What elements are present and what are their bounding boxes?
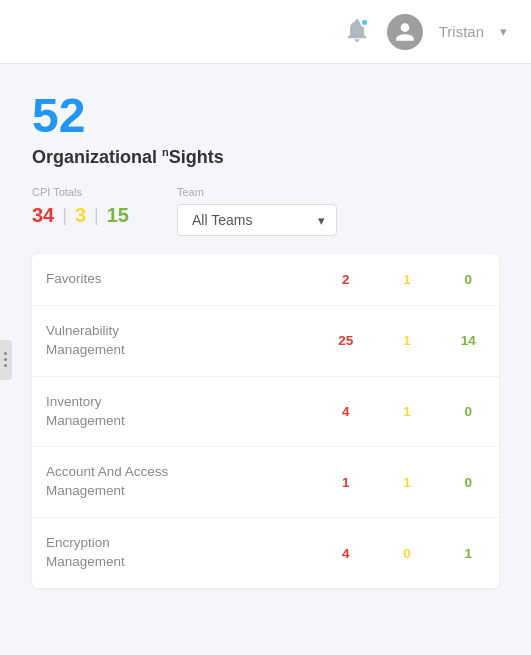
org-title-prefix: Organizational <box>32 147 162 167</box>
row-name: InventoryManagement <box>32 376 315 447</box>
row-green-value: 0 <box>438 376 499 447</box>
row-green-value: 14 <box>438 305 499 376</box>
row-name: VulnerabilityManagement <box>32 305 315 376</box>
cpi-values: 34 | 3 | 15 <box>32 204 129 227</box>
org-title: Organizational nSights <box>32 146 499 168</box>
cpi-label: CPI Totals <box>32 186 129 198</box>
row-yellow-value: 1 <box>376 254 437 305</box>
cpi-green-value: 15 <box>107 204 129 227</box>
org-title-super: n <box>162 146 169 158</box>
cpi-sep-2: | <box>94 205 99 226</box>
header: Tristan ▾ <box>0 0 531 64</box>
cpi-yellow-value: 3 <box>75 204 86 227</box>
row-green-value: 0 <box>438 254 499 305</box>
row-name: Favorites <box>32 254 315 305</box>
insights-count: 52 <box>32 92 499 140</box>
table-row: Favorites210 <box>32 254 499 305</box>
row-yellow-value: 1 <box>376 376 437 447</box>
cpi-sep-1: | <box>62 205 67 226</box>
pull-tab-dot <box>4 358 7 361</box>
pull-tab-dot <box>4 352 7 355</box>
cpi-red-value: 34 <box>32 204 54 227</box>
bell-button[interactable] <box>343 16 371 48</box>
row-yellow-value: 0 <box>376 518 437 588</box>
avatar[interactable] <box>387 14 423 50</box>
table-row: Account And AccessManagement110 <box>32 447 499 518</box>
cpi-section: CPI Totals 34 | 3 | 15 <box>32 186 129 227</box>
user-icon <box>394 21 416 43</box>
chevron-down-icon[interactable]: ▾ <box>500 24 507 39</box>
row-green-value: 1 <box>438 518 499 588</box>
team-dropdown-wrap: All Teams Team A Team B Team C ▾ <box>177 204 337 236</box>
username-label: Tristan <box>439 23 484 40</box>
table-row: EncryptionManagement401 <box>32 518 499 588</box>
table-row: InventoryManagement410 <box>32 376 499 447</box>
table-row: VulnerabilityManagement25114 <box>32 305 499 376</box>
row-red-value: 25 <box>315 305 376 376</box>
main-content: 52 Organizational nSights CPI Totals 34 … <box>0 64 531 655</box>
team-section: Team All Teams Team A Team B Team C ▾ <box>177 186 337 236</box>
row-name: Account And AccessManagement <box>32 447 315 518</box>
header-icons: Tristan ▾ <box>343 14 507 50</box>
pull-tab-dot <box>4 364 7 367</box>
row-red-value: 4 <box>315 376 376 447</box>
row-red-value: 1 <box>315 447 376 518</box>
sidebar-pull-tab[interactable] <box>0 340 12 380</box>
notification-dot <box>360 18 369 27</box>
team-select[interactable]: All Teams Team A Team B Team C <box>177 204 337 236</box>
row-red-value: 4 <box>315 518 376 588</box>
row-yellow-value: 1 <box>376 305 437 376</box>
row-red-value: 2 <box>315 254 376 305</box>
insights-table: Favorites210VulnerabilityManagement25114… <box>32 254 499 588</box>
row-yellow-value: 1 <box>376 447 437 518</box>
org-title-suffix: Sights <box>169 147 224 167</box>
row-green-value: 0 <box>438 447 499 518</box>
pull-tab-dots <box>4 352 7 367</box>
row-name: EncryptionManagement <box>32 518 315 588</box>
cpi-team-row: CPI Totals 34 | 3 | 15 Team All Teams Te… <box>32 186 499 236</box>
team-label: Team <box>177 186 337 198</box>
